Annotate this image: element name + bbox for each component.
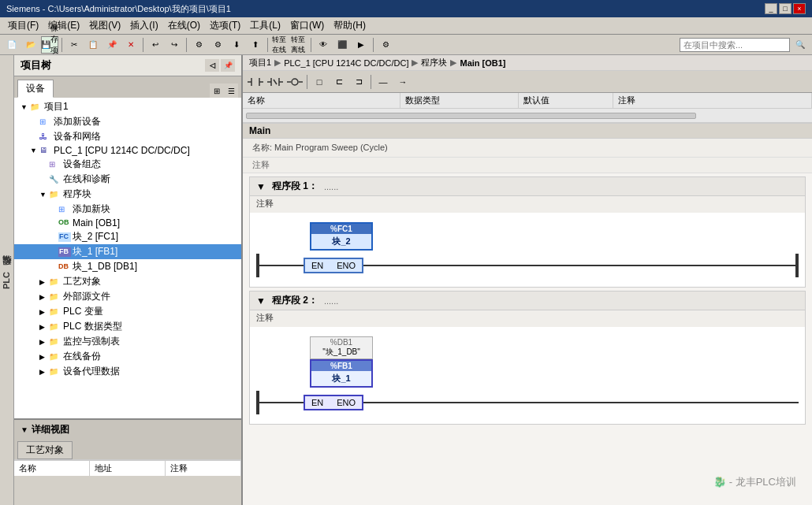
detail-columns: 名称 地址 注释	[14, 459, 241, 476]
svg-point-10	[292, 79, 298, 85]
search-input[interactable]	[680, 38, 790, 52]
fc1-label: 块_2 [FC1]	[73, 230, 118, 243]
paste-button[interactable]: 📌	[103, 36, 121, 54]
openbox-button[interactable]: ⊏	[330, 73, 348, 91]
segment-2-rung: %DB1 "块_1_DB" %FB1 块_1	[256, 333, 799, 418]
segment-1-rung-line: EN ENO	[256, 254, 799, 277]
tree-item-plcvars[interactable]: ▶ 📁 PLC 变量	[14, 304, 241, 319]
open-button[interactable]: 📂	[22, 36, 39, 54]
tree-item-project1[interactable]: ▼ 📁 项目1	[14, 99, 241, 114]
tree-item-plcdatatypes[interactable]: ▶ 📁 PLC 数据类型	[14, 319, 241, 334]
undo-button[interactable]: ↩	[147, 36, 164, 54]
redo-button[interactable]: ↪	[166, 36, 183, 54]
compile2-button[interactable]: ⚙	[209, 36, 226, 54]
compile-button[interactable]: ⚙	[190, 36, 207, 54]
cut-button[interactable]: ✂	[65, 36, 83, 54]
fb1-title: %FB1	[311, 361, 371, 371]
contact-no-icon	[248, 76, 263, 87]
tab-techobj[interactable]: 工艺对象	[17, 441, 73, 459]
progblocks-label: 程序块	[63, 188, 91, 201]
new-button[interactable]: 📄	[3, 36, 20, 54]
proxydata-icon: 📁	[49, 367, 61, 377]
tree-item-diag[interactable]: 🔧 在线和诊断	[14, 172, 241, 187]
download-button[interactable]: ⬇	[228, 36, 245, 54]
db1-label: 块_1_DB [DB1]	[73, 260, 137, 273]
save-button[interactable]: 💾 保存项目	[41, 36, 58, 54]
run-button[interactable]: ▶	[352, 36, 370, 54]
tree-collapse-button[interactable]: ◁	[205, 59, 219, 72]
tree-item-techobj[interactable]: ▶ 📁 工艺对象	[14, 274, 241, 289]
search-button[interactable]: 🔍	[792, 36, 809, 54]
menu-online[interactable]: 在线(O)	[163, 17, 205, 34]
tree-item-plc1[interactable]: ▼ 🖥 PLC_1 [CPU 1214C DC/DC/DC]	[14, 144, 241, 157]
menu-insert[interactable]: 插入(I)	[125, 17, 162, 34]
tree-item-monitorforce[interactable]: ▶ 📁 监控与强制表	[14, 334, 241, 349]
tree-item-proxydata[interactable]: ▶ 📁 设备代理数据	[14, 364, 241, 379]
tree-item-fc1[interactable]: FC 块_2 [FC1]	[14, 229, 241, 244]
editor-toolbar-sep2	[371, 75, 371, 89]
tree-item-network[interactable]: 🖧 设备和网络	[14, 129, 241, 144]
tree-item-extfiles[interactable]: ▶ 📁 外部源文件	[14, 289, 241, 304]
tree-pin-button[interactable]: 📌	[221, 59, 235, 72]
menu-tools[interactable]: 工具(L)	[245, 17, 285, 34]
detail-header: ▼ 详细视图	[14, 420, 241, 440]
menu-options[interactable]: 选项(T)	[205, 17, 245, 34]
tree-item-ob1[interactable]: OB Main [OB1]	[14, 217, 241, 229]
segment-2-dots: ......	[324, 296, 338, 306]
tree-item-db1[interactable]: DB 块_1_DB [DB1]	[14, 259, 241, 274]
coil-button[interactable]	[285, 73, 304, 91]
tree-icon-btn1[interactable]: ⊞	[210, 84, 224, 98]
go-offline-button[interactable]: 转至离线	[290, 36, 307, 54]
tree-tab-icons: ⊞ ☰	[54, 78, 241, 98]
minimize-button[interactable]: _	[765, 3, 777, 14]
detail-tabs: 工艺对象	[14, 440, 241, 459]
ladder-editor[interactable]: 名称: Main Program Sweep (Cycle) 注释 ▼ 程序段 …	[243, 139, 812, 505]
extfiles-label: 外部源文件	[63, 290, 110, 303]
settings-button[interactable]: ⚙	[377, 36, 394, 54]
monitor-button[interactable]: 👁	[315, 36, 332, 54]
tree-item-progblocks[interactable]: ▼ 📁 程序块	[14, 187, 241, 202]
tree-item-fb1[interactable]: FB 块_1 [FB1]	[14, 244, 241, 259]
addblock-icon: ⊞	[58, 205, 71, 214]
tree-icon-btn2[interactable]: ☰	[224, 84, 238, 98]
techobj-arrow: ▶	[39, 278, 49, 286]
var-scroll-row	[243, 109, 812, 123]
tree-item-addblock[interactable]: ⊞ 添加新块	[14, 202, 241, 217]
segment-1-dots: ......	[324, 182, 338, 191]
segment-2-header[interactable]: ▼ 程序段 2： ......	[249, 291, 806, 310]
menu-project[interactable]: 项目(F)	[3, 17, 43, 34]
box-button[interactable]: □	[310, 73, 329, 91]
var-col-comment: 注释	[613, 93, 812, 108]
copy-button[interactable]: 📋	[84, 36, 102, 54]
tree-item-devconfig[interactable]: ⊞ 设备组态	[14, 157, 241, 172]
detail-col-comment: 注释	[166, 461, 241, 476]
closebox-button[interactable]: ⊐	[349, 73, 368, 91]
segment-1-comment: 注释	[249, 196, 806, 213]
openwire-button[interactable]: →	[393, 73, 412, 91]
maximize-button[interactable]: □	[779, 3, 792, 14]
tree-item-onlinebkp[interactable]: ▶ 📁 在线备份	[14, 349, 241, 364]
contact-no-button[interactable]	[246, 73, 265, 91]
delete-button[interactable]: ✕	[122, 36, 140, 54]
contact-nc-button[interactable]	[266, 73, 285, 91]
go-online-button[interactable]: 转至在线	[271, 36, 289, 54]
menu-help[interactable]: 帮助(H)	[329, 17, 371, 34]
tab-device[interactable]: 设备	[17, 80, 54, 98]
menu-window[interactable]: 窗口(W)	[285, 17, 329, 34]
segment-1-rung: %FC1 块_2 EN ENO	[256, 219, 799, 280]
progblocks-arrow: ▼	[39, 191, 49, 199]
close-button[interactable]: ×	[793, 3, 806, 14]
ob1-label: Main [OB1]	[73, 217, 120, 228]
wire-button[interactable]: —	[374, 73, 393, 91]
upload-button[interactable]: ⬆	[247, 36, 264, 54]
tree-item-adddevice[interactable]: ⊞ 添加新设备	[14, 114, 241, 129]
segment-1-body: %FC1 块_2 EN ENO	[249, 213, 806, 288]
segment-1-header[interactable]: ▼ 程序段 1： ......	[249, 176, 806, 196]
cycle-comment-area: 名称: Main Program Sweep (Cycle)	[243, 139, 812, 158]
editor-panel: 项目1 ▶ PLC_1 [CPU 1214C DC/DC/DC] ▶ 程序块 ▶…	[243, 55, 812, 505]
fb-call-box[interactable]: %FB1 块_1	[310, 359, 373, 388]
fc-call-box[interactable]: %FC1 块_2	[310, 222, 373, 251]
stop-button[interactable]: ⬛	[333, 36, 351, 54]
menu-view[interactable]: 视图(V)	[84, 17, 125, 34]
var-scroll-bar[interactable]	[246, 113, 696, 119]
